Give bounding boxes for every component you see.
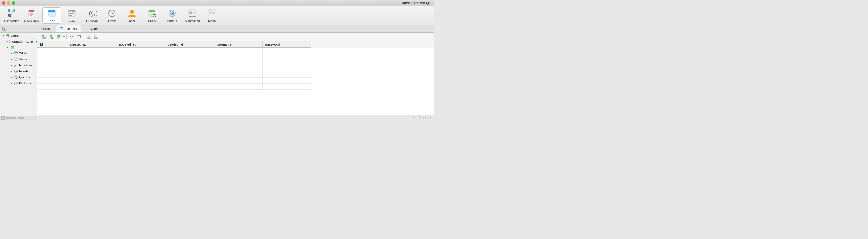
second-db-item[interactable]: ▾ xyxy=(0,44,37,50)
close-button[interactable] xyxy=(2,1,5,5)
functions-label: Functions xyxy=(19,64,33,67)
view-label: View xyxy=(69,19,75,23)
title-bar: Navicat for MySQL xyxy=(0,0,434,6)
event-toolbar-btn[interactable]: Event xyxy=(102,7,121,24)
minimize-button[interactable] xyxy=(7,1,10,5)
svg-rect-39 xyxy=(193,12,194,14)
query-toolbar-btn[interactable]: Query xyxy=(143,7,161,24)
vagrant-tab[interactable]: (vagrant) xyxy=(81,25,106,32)
vagrant-icon: V xyxy=(6,34,10,37)
tables-tree-item[interactable]: ▶ Tables xyxy=(0,50,37,56)
queries-chevron: ▶ xyxy=(10,76,13,79)
svg-line-46 xyxy=(212,12,214,15)
objects-tab[interactable]: Objects xyxy=(37,25,56,32)
svg-text:fx: fx xyxy=(14,64,17,67)
sidebar: ▾ V vagrant information_schema ▾ xyxy=(0,25,37,120)
app-title: Navicat for MySQL xyxy=(402,1,431,5)
backup-icon xyxy=(167,8,177,18)
event-icon xyxy=(107,8,117,18)
col-updated-at: updated_at xyxy=(116,41,165,48)
column-toggle-btn[interactable] xyxy=(86,34,92,40)
delete-record-btn[interactable] xyxy=(48,34,55,40)
svg-rect-22 xyxy=(72,13,74,14)
view-icon xyxy=(67,8,77,18)
table-toolbar-btn[interactable]: Table xyxy=(42,7,61,24)
function-toolbar-btn[interactable]: f(x) Function xyxy=(83,7,101,24)
users-table-tab-label: users@l| xyxy=(65,27,77,30)
empty-row-4 xyxy=(37,66,434,72)
connection-toolbar-btn[interactable]: + Connection xyxy=(2,7,21,24)
svg-rect-42 xyxy=(209,10,212,12)
automation-icon xyxy=(187,8,197,18)
function-icon: f(x) xyxy=(87,8,97,18)
db2-icon xyxy=(10,45,14,49)
functions-icon: fx xyxy=(14,63,18,67)
sidebar-toolbar xyxy=(0,25,37,33)
queries-tree-item[interactable]: ▶ Queries xyxy=(0,74,37,80)
user-toolbar-btn[interactable]: User xyxy=(123,7,142,24)
svg-rect-3 xyxy=(13,10,15,11)
save-record-btn[interactable] xyxy=(55,34,62,40)
svg-rect-23 xyxy=(69,14,71,16)
svg-point-83 xyxy=(42,35,44,36)
user-icon xyxy=(127,8,137,18)
table-tab-icon xyxy=(60,27,63,30)
vagrant-chevron: ▾ xyxy=(2,34,5,37)
events-label: Events xyxy=(19,70,28,73)
window-controls xyxy=(2,1,15,5)
maximize-button[interactable] xyxy=(12,1,15,5)
backups-tree-item[interactable]: ▶ Backups xyxy=(0,80,37,86)
data-table: id created_at updated_at deleted_at user… xyxy=(37,41,434,90)
tables-chevron: ▶ xyxy=(10,52,13,55)
functions-tree-item[interactable]: ▶ fx Functions xyxy=(0,62,37,68)
empty-row-3 xyxy=(37,60,434,66)
user-label: User xyxy=(129,19,135,23)
new-query-toolbar-btn[interactable]: New Query xyxy=(22,7,41,24)
information-schema-item[interactable]: information_schema xyxy=(0,38,37,44)
backup-toolbar-btn[interactable]: Backup xyxy=(163,7,182,24)
svg-text:V: V xyxy=(7,35,8,37)
export-btn[interactable] xyxy=(93,34,99,40)
users-table-tab[interactable]: users@l| xyxy=(56,25,81,32)
queries-label: Queries xyxy=(19,76,30,79)
svg-rect-12 xyxy=(48,10,55,12)
view-toolbar-btn[interactable]: View xyxy=(62,7,81,24)
main-toolbar: + Connection New Query xyxy=(0,6,434,25)
svg-rect-38 xyxy=(191,12,192,14)
backups-label: Backups xyxy=(19,81,31,85)
events-icon xyxy=(14,69,18,73)
views-tree-item[interactable]: ▶ Views xyxy=(0,56,37,62)
sort-btn[interactable] xyxy=(75,34,82,40)
svg-rect-75 xyxy=(60,27,63,28)
tables-label: Tables xyxy=(19,52,28,55)
queries-icon xyxy=(14,75,18,79)
function-label: Function xyxy=(86,19,98,23)
table-data-area: id created_at updated_at deleted_at user… xyxy=(37,41,434,115)
filter-btn[interactable] xyxy=(68,34,75,40)
status-text: CSDN @Sunny_10 xyxy=(411,116,432,119)
views-chevron: ▶ xyxy=(10,58,13,61)
col-created-at: created_at xyxy=(67,41,116,48)
db-icon xyxy=(6,40,8,43)
scroll-thumb xyxy=(6,117,16,119)
svg-text:+: + xyxy=(9,10,10,12)
views-label: Views xyxy=(19,58,27,61)
table-label: Table xyxy=(48,19,55,23)
sidebar-btn-1[interactable] xyxy=(1,26,8,32)
connection-label: Connection xyxy=(4,19,19,23)
svg-line-70 xyxy=(18,79,18,79)
events-tree-item[interactable]: ▶ Events xyxy=(0,68,37,74)
vagrant-tree-item[interactable]: ▾ V vagrant xyxy=(0,33,37,38)
vagrant-label: vagrant xyxy=(11,34,21,37)
second-db-chevron: ▾ xyxy=(6,46,9,49)
col-deleted-at: deleted_at xyxy=(165,41,214,48)
add-record-btn[interactable] xyxy=(39,34,46,40)
svg-rect-64 xyxy=(14,61,17,61)
svg-rect-80 xyxy=(85,27,88,30)
model-toolbar-btn[interactable]: Model xyxy=(203,7,222,24)
automation-label: Automation xyxy=(185,19,200,23)
empty-row-6 xyxy=(37,77,434,83)
backups-icon xyxy=(14,81,18,85)
svg-rect-104 xyxy=(94,35,98,36)
automation-toolbar-btn[interactable]: Automation xyxy=(183,7,202,24)
